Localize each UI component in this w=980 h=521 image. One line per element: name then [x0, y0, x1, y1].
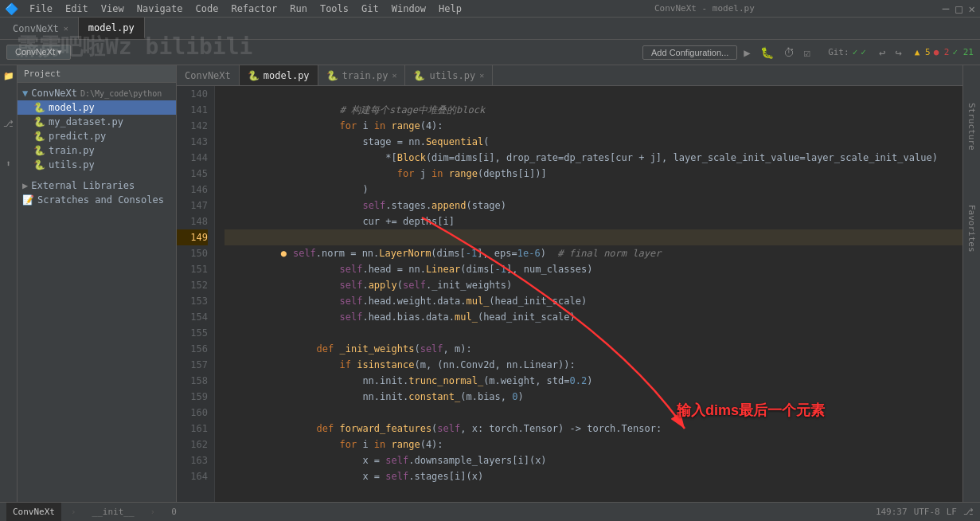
- ln-154: 154: [177, 309, 208, 325]
- status-tab-0[interactable]: 0: [165, 503, 183, 522]
- menu-edit[interactable]: Edit: [61, 2, 93, 16]
- code-line-142: stage = nn.Sequential(: [225, 118, 962, 134]
- tree-scratches-label: Scratches and Consoles: [37, 194, 164, 206]
- file-tab-utilspy-close[interactable]: ✕: [479, 71, 484, 80]
- code-line-155: def _init_weights(self, m):: [225, 325, 962, 341]
- code-line-154: [225, 309, 962, 325]
- favorites-tab[interactable]: Favorites: [964, 202, 979, 255]
- top-tab-convnext-close[interactable]: ✕: [64, 24, 68, 33]
- menu-view[interactable]: View: [96, 2, 129, 16]
- menu-file[interactable]: File: [25, 2, 57, 16]
- status-bar: ConvNeXt › __init__ › 0 149:37 UTF-8 LF …: [0, 502, 980, 521]
- file-tab-utilspy-label: utils.py: [429, 70, 475, 81]
- add-configuration-btn[interactable]: Add Configuration...: [642, 45, 737, 60]
- status-tab-init[interactable]: __init__: [86, 503, 141, 522]
- ln-164: 164: [177, 468, 208, 484]
- errors-count: ● 2: [934, 47, 950, 57]
- tree-file-predict[interactable]: 🐍 predict.py: [18, 129, 176, 143]
- maximize-btn[interactable]: □: [955, 2, 962, 15]
- status-git-icon: ⎇: [963, 507, 974, 517]
- structure-tab[interactable]: Structure: [964, 100, 979, 153]
- menu-git[interactable]: Git: [357, 2, 384, 16]
- menu-refactor[interactable]: Refactor: [226, 2, 282, 16]
- code-line-158: nn.init.constant_(m.bias, 0): [225, 373, 962, 389]
- tree-scratches[interactable]: 📝 Scratches and Consoles: [18, 193, 176, 207]
- ln-141: 141: [177, 102, 208, 118]
- ln-157: 157: [177, 357, 208, 373]
- tree-file-modelpy-label: model.py: [49, 102, 95, 113]
- ln-155: 155: [177, 325, 208, 341]
- redo-btn[interactable]: ↪: [892, 45, 904, 61]
- sidebar-icons: 📁 ⎇ ⬆: [0, 65, 18, 502]
- file-tab-modelpy-icon: 🐍: [248, 70, 260, 81]
- code-line-144: for j in range(depths[i])]: [225, 150, 962, 166]
- code-line-160: def forward_features(self, x: torch.Tens…: [225, 405, 962, 421]
- minimize-btn[interactable]: ─: [943, 2, 949, 15]
- file-tab-trainpy-label: train.py: [342, 70, 388, 81]
- undo-btn[interactable]: ↩: [876, 45, 888, 61]
- tree-file-train-label: train.py: [49, 145, 95, 156]
- file-tab-convnext[interactable]: ConvNeXt: [177, 65, 240, 85]
- ln-147: 147: [177, 198, 208, 213]
- status-right: 149:37 UTF-8 LF ⎇: [876, 507, 974, 517]
- ln-145: 145: [177, 166, 208, 182]
- tree-file-utils[interactable]: 🐍 utils.py: [18, 158, 176, 172]
- status-tab-init-label: __init__: [92, 507, 135, 517]
- status-tab-0-label: 0: [171, 507, 177, 517]
- code-content: 140 141 142 143 144 145 146 147 148 149 …: [177, 86, 962, 502]
- menu-bar: 🔷 File Edit View Navigate Code Refactor …: [0, 0, 980, 18]
- top-tab-convnext[interactable]: ConvNeXt ✕: [3, 18, 79, 39]
- tree-external-libs[interactable]: ▶ External Libraries: [18, 178, 176, 193]
- project-label: Project: [24, 69, 61, 79]
- tree-file-mydataset[interactable]: 🐍 my_dataset.py: [18, 115, 176, 129]
- ln-161: 161: [177, 421, 208, 437]
- menu-code[interactable]: Code: [191, 2, 224, 16]
- sidebar-project-icon[interactable]: 📁: [2, 69, 16, 83]
- tree-file-mydataset-label: my_dataset.py: [49, 116, 123, 127]
- tree-root-label: ConvNeXt: [31, 88, 77, 99]
- project-tree: ▼ ConvNeXt D:\My_code\python 🐍 model.py …: [18, 83, 176, 502]
- py-icon5: 🐍: [33, 159, 45, 170]
- code-line-162: x = self.downsample_layers[i](x): [225, 437, 962, 452]
- scratches-icon: 📝: [22, 194, 34, 206]
- ln-140: 140: [177, 86, 208, 102]
- close-btn[interactable]: ✕: [969, 2, 975, 15]
- tree-file-modelpy[interactable]: 🐍 model.py: [18, 100, 176, 115]
- tree-root[interactable]: ▼ ConvNeXt D:\My_code\python: [18, 86, 176, 100]
- file-tab-trainpy-close[interactable]: ✕: [392, 71, 396, 80]
- py-icon3: 🐍: [33, 131, 45, 142]
- coverage-btn[interactable]: ☑: [801, 45, 814, 61]
- app-icon: 🔷: [5, 2, 18, 15]
- status-position: 149:37: [876, 507, 908, 517]
- tree-file-train[interactable]: 🐍 train.py: [18, 143, 176, 158]
- ln-159: 159: [177, 389, 208, 405]
- tree-file-utils-label: utils.py: [49, 159, 95, 170]
- menu-help[interactable]: Help: [434, 2, 467, 16]
- profile-btn[interactable]: ⏱: [780, 45, 798, 61]
- sidebar-pull-icon[interactable]: ⬆: [2, 156, 16, 170]
- status-line-ending: LF: [947, 507, 957, 517]
- file-tab-trainpy[interactable]: 🐍 train.py ✕: [318, 65, 406, 85]
- editor-area: ConvNeXt 🐍 model.py 🐍 train.py ✕ 🐍 utils…: [177, 65, 962, 502]
- menu-tools[interactable]: Tools: [315, 2, 353, 16]
- sidebar-commit-icon[interactable]: ⎇: [2, 116, 16, 131]
- code-line-145: ): [225, 166, 962, 182]
- file-tab-utilspy[interactable]: 🐍 utils.py ✕: [405, 65, 493, 85]
- file-tab-modelpy[interactable]: 🐍 model.py: [240, 65, 318, 85]
- run-btn[interactable]: ▶: [740, 45, 753, 61]
- ln-158: 158: [177, 373, 208, 389]
- app-title: ConvNeXt - model.py: [654, 3, 755, 14]
- menu-run[interactable]: Run: [285, 2, 312, 16]
- code-container[interactable]: 140 141 142 143 144 145 146 147 148 149 …: [177, 86, 962, 502]
- menu-navigate[interactable]: Navigate: [132, 2, 188, 16]
- status-tab-convnext[interactable]: ConvNeXt: [6, 503, 61, 522]
- menu-window[interactable]: Window: [387, 2, 431, 16]
- debug-btn[interactable]: 🐛: [757, 45, 777, 61]
- toolbar-convnext-tab[interactable]: ConvNeXt ▾: [6, 45, 71, 60]
- code-line-140: # 构建每个stage中堆叠的block: [225, 86, 962, 102]
- top-tabs: ConvNeXt ✕ model.py: [0, 18, 980, 40]
- file-tab-convnext-label: ConvNeXt: [185, 70, 231, 81]
- ln-148: 148: [177, 213, 208, 229]
- folder-icon: ▼: [22, 88, 28, 99]
- top-tab-modelpy[interactable]: model.py: [79, 18, 145, 39]
